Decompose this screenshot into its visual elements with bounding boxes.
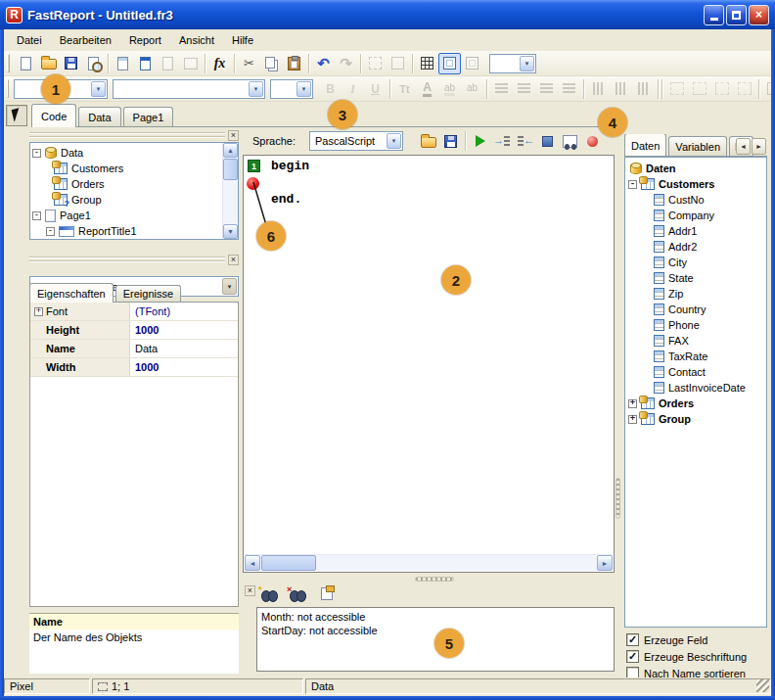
zoom-combobox[interactable]: ▼ xyxy=(489,54,536,73)
font-settings-button[interactable]: Tt xyxy=(393,78,416,100)
text-rotation-button[interactable]: ab xyxy=(461,78,483,100)
checkbox-checked[interactable]: ✓ xyxy=(626,633,639,646)
delete-watch-button[interactable]: × xyxy=(287,583,309,604)
align-bottom-button[interactable] xyxy=(632,78,655,100)
data-field[interactable]: Addr1 xyxy=(628,223,765,239)
collapse-icon[interactable]: - xyxy=(32,211,41,220)
data-node-group[interactable]: + Group xyxy=(628,411,765,427)
menu-bearbeiten[interactable]: Bearbeiten xyxy=(51,31,120,49)
frame-left-button[interactable] xyxy=(710,78,733,100)
property-value[interactable]: (TFont) xyxy=(130,303,238,320)
cut-button[interactable]: ✂ xyxy=(238,53,260,74)
code-hscrollbar[interactable]: ◄ ► xyxy=(245,554,613,571)
toolbar-grip[interactable] xyxy=(7,79,9,98)
insert-expression-button[interactable]: fx xyxy=(208,53,231,74)
paste-button[interactable] xyxy=(283,53,305,74)
property-value[interactable]: Data xyxy=(130,340,238,357)
property-value[interactable]: 1000 xyxy=(130,358,238,376)
bold-button[interactable]: B xyxy=(319,78,342,100)
data-field[interactable]: CustNo xyxy=(628,192,765,208)
data-field[interactable]: Country xyxy=(628,302,765,317)
step-over-button[interactable] xyxy=(514,130,536,152)
data-node-root[interactable]: Daten xyxy=(628,161,765,176)
stop-button[interactable] xyxy=(536,130,559,152)
zoom-dropdown-button[interactable]: ▼ xyxy=(520,56,534,71)
align-justify-button[interactable] xyxy=(558,78,580,100)
report-tree-scrollbar[interactable]: ▲ ▼ xyxy=(222,143,238,239)
ungroup-button[interactable] xyxy=(387,53,409,74)
property-row-width[interactable]: Width 1000 xyxy=(30,358,238,377)
option-erzeuge-beschriftung[interactable]: ✓ Erzeuge Beschriftung xyxy=(626,649,767,664)
code-editor[interactable]: 1 begin end. ◄ ► xyxy=(243,155,615,573)
menu-report[interactable]: Report xyxy=(120,31,170,49)
data-node-orders[interactable]: + Orders xyxy=(628,396,765,411)
option-erzeuge-feld[interactable]: ✓ Erzeuge Feld xyxy=(626,632,767,647)
data-field[interactable]: TaxRate xyxy=(628,349,765,364)
redo-button[interactable]: ↷ xyxy=(335,53,357,74)
language-dropdown-button[interactable]: ▼ xyxy=(387,133,401,149)
expand-icon[interactable]: + xyxy=(628,399,637,408)
scrollbar-thumb[interactable] xyxy=(261,555,316,571)
font-size-combobox[interactable]: ▼ xyxy=(270,79,313,99)
tab-ereignisse[interactable]: Ereignisse xyxy=(115,285,181,302)
underline-button[interactable]: U xyxy=(364,78,387,100)
highlight-color-button[interactable]: ab xyxy=(438,78,461,100)
style-combobox[interactable]: ▼ xyxy=(113,79,265,99)
show-grid-button[interactable] xyxy=(416,53,438,74)
group-button[interactable] xyxy=(364,53,387,74)
resize-grip[interactable] xyxy=(756,679,769,692)
minimize-button[interactable] xyxy=(704,5,724,25)
open-script-button[interactable] xyxy=(417,130,439,152)
frame-right-button[interactable] xyxy=(733,78,755,100)
data-field[interactable]: City xyxy=(628,255,765,270)
frame-bottom-button[interactable] xyxy=(688,78,710,100)
close-panel-button[interactable]: × xyxy=(228,255,239,265)
italic-button[interactable]: I xyxy=(342,78,364,100)
close-watch-panel-button[interactable]: × xyxy=(245,585,255,596)
property-row-font[interactable]: +Font (TFont) xyxy=(30,303,238,321)
inspector-panel-grip[interactable]: × xyxy=(29,255,239,264)
align-left-button[interactable] xyxy=(490,78,513,100)
data-field[interactable]: FAX xyxy=(628,333,765,349)
data-field[interactable]: Company xyxy=(628,208,765,223)
step-into-button[interactable] xyxy=(491,130,514,152)
save-report-button[interactable] xyxy=(60,53,82,74)
tree-node-page1[interactable]: - Page1 xyxy=(32,208,220,223)
data-field[interactable]: Contact xyxy=(628,364,765,380)
tree-node-reporttitle[interactable]: - ReportTitle1 xyxy=(32,223,220,239)
open-report-button[interactable] xyxy=(37,53,60,74)
property-row-height[interactable]: Height 1000 xyxy=(30,321,238,340)
style-dropdown-button[interactable]: ▼ xyxy=(249,81,263,97)
undo-button[interactable]: ↶ xyxy=(312,53,335,74)
font-color-button[interactable]: A xyxy=(416,78,438,100)
font-size-dropdown-button[interactable]: ▼ xyxy=(296,81,311,97)
align-right-button[interactable] xyxy=(535,78,558,100)
data-node-customers[interactable]: - Customers xyxy=(628,176,765,192)
new-report-page-button[interactable] xyxy=(112,53,134,74)
maximize-button[interactable] xyxy=(726,5,747,25)
scrollbar-thumb[interactable] xyxy=(223,159,238,180)
data-field[interactable]: Addr2 xyxy=(628,239,765,255)
align-to-grid-button[interactable] xyxy=(438,53,461,74)
align-center-button[interactable] xyxy=(513,78,535,100)
expand-icon[interactable]: + xyxy=(628,415,637,424)
language-combobox[interactable]: PascalScript ▼ xyxy=(309,131,403,151)
tree-node-group[interactable]: ? Group xyxy=(32,192,220,208)
scroll-up-button[interactable]: ▲ xyxy=(223,143,238,158)
data-field[interactable]: LastInvoiceDate xyxy=(628,380,765,396)
splitter-grip[interactable] xyxy=(615,478,620,519)
align-middle-button[interactable] xyxy=(610,78,632,100)
new-dialog-page-button[interactable] xyxy=(134,53,157,74)
watch-properties-button[interactable] xyxy=(315,583,338,604)
tab-data[interactable]: Data xyxy=(78,107,120,126)
tab-variablen[interactable]: Variablen xyxy=(668,136,727,156)
toggle-breakpoint-button[interactable] xyxy=(581,130,604,152)
menu-hilfe[interactable]: Hilfe xyxy=(223,31,262,49)
collapse-icon[interactable]: - xyxy=(32,149,41,158)
align-top-button[interactable] xyxy=(587,78,610,100)
run-report-button[interactable] xyxy=(469,130,491,152)
copy-button[interactable] xyxy=(260,53,283,74)
tab-eigenschaften[interactable]: Eigenschaften xyxy=(29,283,114,303)
tab-daten[interactable]: Daten xyxy=(624,134,666,157)
toolbar-grip[interactable] xyxy=(7,54,10,72)
